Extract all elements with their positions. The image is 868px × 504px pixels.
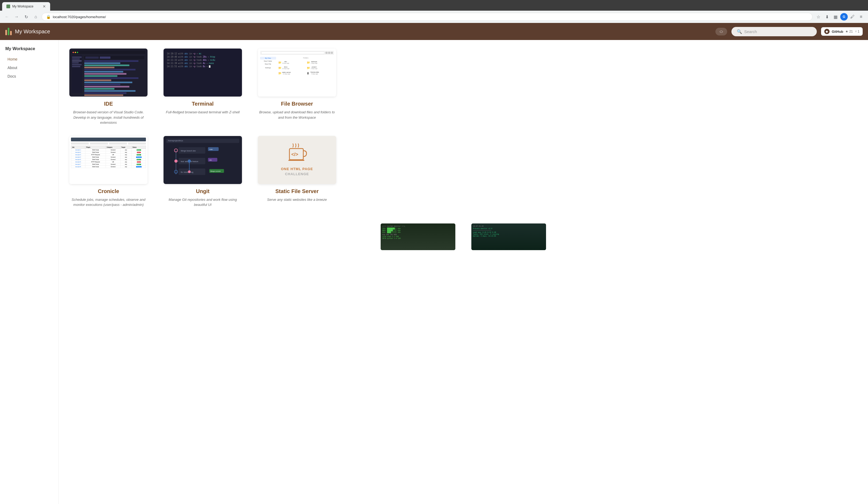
- static-screenshot: </> ONE HTML PAGE CHALLENGE: [258, 136, 336, 184]
- bookmark-button[interactable]: ☆: [815, 13, 822, 21]
- svg-rect-22: [288, 160, 304, 161]
- reload-button[interactable]: ↻: [22, 13, 30, 21]
- term-cursor: [209, 65, 210, 68]
- fb-folder-backups: 📁 backups 2 days ago: [306, 60, 334, 64]
- content-area: IDE Browser-based version of Visual Stud…: [59, 40, 868, 504]
- app-card-static-file-server[interactable]: </> ONE HTML PAGE CHALLENGE Static File …: [258, 136, 336, 208]
- download-button[interactable]: ⬇: [823, 13, 831, 21]
- ide-dot-red: [73, 52, 74, 53]
- tab-close-icon[interactable]: ✕: [43, 4, 46, 9]
- fb-main: My Files New Folder New File Settings Fo…: [260, 56, 334, 93]
- fb-settings: Settings: [260, 67, 276, 69]
- app-desc-ungit: Manage Git repositories and work flow us…: [164, 197, 242, 208]
- svg-text:Merge branch dev: Merge branch dev: [181, 150, 196, 152]
- search-bar[interactable]: 🔍 Search: [731, 27, 817, 36]
- browser-tab[interactable]: My Workspace ✕: [2, 2, 50, 11]
- ide-screenshot: [69, 49, 147, 96]
- github-logo-icon: ◆: [824, 29, 829, 34]
- table-row: test-job-7Shell ScriptGeneralany Active: [71, 163, 146, 165]
- app-desc-static-file-server: Serve any static websites like a breeze: [267, 197, 327, 202]
- app-title: My Workspace: [15, 29, 50, 35]
- table-row: test-job-4Shell ScriptGeneralany Running: [71, 156, 146, 158]
- table-row: test-job-8Shell ScriptGeneralany Running: [71, 165, 146, 168]
- col-plugin: Plugin: [85, 146, 106, 148]
- github-forks: ⑂ 1: [855, 30, 859, 33]
- tab-title: My Workspace: [12, 4, 41, 8]
- status-badge: Active: [137, 164, 141, 165]
- status-badge: Active: [137, 159, 141, 160]
- cronicle-header: [71, 138, 146, 141]
- github-badge[interactable]: ◆ GitHub ★ 21 ⑂ 1: [821, 27, 863, 36]
- bottom-thumb-1[interactable]: ╭─── system monitor ───╮ CPU: ████████░░…: [381, 223, 455, 250]
- menu-button[interactable]: ≡: [857, 13, 865, 21]
- app-card-img-static-file-server: </> ONE HTML PAGE CHALLENGE: [258, 136, 336, 184]
- sidebar-item-home[interactable]: Home: [5, 55, 53, 63]
- term-line-3: 14:11:33 with abc in ~p took 44s → ncdu: [167, 59, 238, 61]
- term-line-2: 14:10:46 with abc in ~p took 28s → htop: [167, 56, 238, 58]
- bottom-thumb-2[interactable]: 14:47:31.24 Process monitor v2.0 ───────…: [471, 223, 546, 250]
- tab-favicon: [7, 4, 10, 8]
- svg-text:</>: </>: [291, 152, 298, 157]
- github-stats: ★ 21 ⑂ 1: [845, 30, 859, 33]
- forward-button[interactable]: →: [13, 13, 20, 21]
- terminal-screenshot: 14:10:12 with abc in ~p → mc 14:10:46 wi…: [164, 49, 242, 96]
- app-card-img-file-browser: My Files New Folder New File Settings Fo…: [258, 49, 336, 96]
- logo-icon: [5, 28, 12, 35]
- app-title-ungit: Ungit: [196, 188, 209, 195]
- app-header: My Workspace ⬭ 🔍 Search ◆ GitHub ★ 21 ⑂ …: [0, 23, 868, 40]
- term-line-1: 14:10:12 with abc in ~p → mc: [167, 53, 238, 55]
- ungit-screenshot: /homeproject/linux Merge branch dev feat…: [164, 136, 242, 184]
- app-title-static-file-server: Static File Server: [275, 188, 319, 195]
- app-card-ungit[interactable]: /homeproject/linux Merge branch dev feat…: [164, 136, 242, 208]
- sidebar-item-docs[interactable]: Docs: [5, 73, 53, 80]
- svg-text:main: main: [209, 148, 213, 150]
- table-row: test-job-2Shell ScriptGeneralany Error: [71, 151, 146, 153]
- pill-icon: ⬭: [720, 29, 723, 34]
- status-badge: Active: [137, 149, 141, 151]
- app-card-file-browser[interactable]: My Files New Folder New File Settings Fo…: [258, 49, 336, 125]
- sidebar-nav: Home About Docs: [5, 55, 53, 80]
- status-badge: Running: [136, 157, 142, 158]
- table-row: test-job-6HTTP RequestUtilany Error: [71, 160, 146, 163]
- search-placeholder: Search: [744, 29, 757, 34]
- col-job: Job: [71, 146, 85, 148]
- app-card-terminal[interactable]: 14:10:12 with abc in ~p → mc 14:10:46 wi…: [164, 49, 242, 125]
- coffee-cup-icon: </>: [286, 143, 308, 165]
- app-card-ide[interactable]: IDE Browser-based version of Visual Stud…: [69, 49, 147, 125]
- status-badge: Error: [137, 161, 141, 163]
- main-container: My Workspace Home About Docs: [0, 40, 868, 504]
- col-target: Target: [120, 146, 132, 148]
- fb-folder-abc: 📁 abc 2 hours ago: [278, 60, 306, 64]
- term-line-4: 14:11:39 with abc in ~p took 4s → nano: [167, 62, 238, 64]
- app-card-img-terminal: 14:10:12 with abc in ~p → mc 14:10:46 wi…: [164, 49, 242, 96]
- browser-tabs: My Workspace ✕: [0, 2, 868, 11]
- fb-content-area: Folders 📁 abc 2 hours ago 📁: [278, 56, 334, 93]
- extensions-button[interactable]: 🖊: [849, 13, 856, 21]
- browser-chrome: My Workspace ✕ ← → ↻ ⌂ 🔒 localhost:7020/…: [0, 0, 868, 23]
- home-button[interactable]: ⌂: [32, 13, 40, 21]
- sidebar-item-about[interactable]: About: [5, 64, 53, 72]
- ide-dot-yellow: [75, 52, 76, 53]
- app-card-img-ungit: /homeproject/linux Merge branch dev feat…: [164, 136, 242, 184]
- fb-search: [261, 51, 324, 54]
- svg-point-17: [188, 170, 191, 173]
- browser-toolbar: ← → ↻ ⌂ 🔒 localhost:7020/pages/home/home…: [0, 11, 868, 23]
- history-button[interactable]: ▦: [832, 13, 839, 21]
- fb-folder-project: 📁 project 2 days ago: [306, 66, 334, 70]
- header-pill[interactable]: ⬭: [715, 28, 727, 35]
- back-button[interactable]: ←: [3, 13, 11, 21]
- app-card-img-cronicle: Job Plugin Category Target Status test-j…: [69, 136, 147, 184]
- app-desc-terminal: Full-fledged browser-based terminal with…: [166, 109, 240, 115]
- cronicle-table: Job Plugin Category Target Status test-j…: [71, 146, 146, 168]
- fb-sidebar-panel: My Files New Folder New File Settings: [260, 56, 276, 93]
- app-logo[interactable]: My Workspace: [5, 28, 50, 35]
- app-title-ide: IDE: [104, 101, 113, 107]
- search-icon: 🔍: [737, 29, 742, 34]
- app-card-img-ide: [69, 49, 147, 96]
- address-bar[interactable]: 🔒 localhost:7020/pages/home/home/: [42, 13, 813, 21]
- ohpc-title: ONE HTML PAGE CHALLENGE: [281, 167, 313, 176]
- app-card-cronicle[interactable]: Job Plugin Category Target Status test-j…: [69, 136, 147, 208]
- status-badge: Error: [137, 152, 141, 153]
- profile-icon[interactable]: G: [840, 13, 848, 21]
- ungit-path: /homeproject/linux: [166, 139, 239, 143]
